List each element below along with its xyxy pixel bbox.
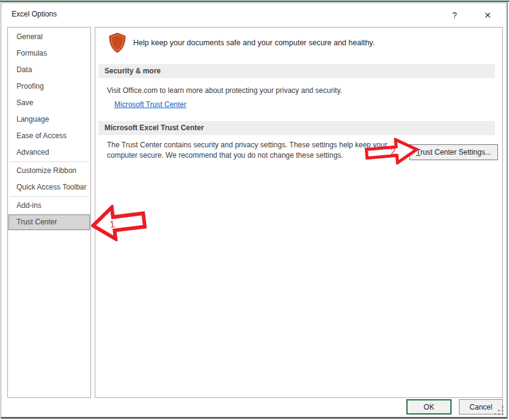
sidebar-item-trust-center[interactable]: Trust Center [8, 214, 90, 230]
trust-center-description-line2: computer secure. We recommend that you d… [107, 151, 343, 160]
sidebar-item-language[interactable]: Language [8, 111, 90, 128]
help-icon[interactable]: ? [447, 7, 463, 23]
sidebar-item-advanced[interactable]: Advanced [8, 144, 90, 161]
trust-center-description-line1: The Trust Center contains security and p… [107, 141, 387, 149]
resize-grip-icon[interactable] [494, 405, 505, 416]
close-icon[interactable]: ✕ [480, 7, 496, 23]
sidebar-item-customize-ribbon[interactable]: Customize Ribbon [8, 163, 90, 179]
trust-center-page: Help keep your documents safe and your c… [95, 27, 503, 398]
sidebar-item-save[interactable]: Save [8, 95, 90, 111]
excel-options-dialog: Excel Options ? ✕ General Formulas Data … [1, 2, 508, 419]
sidebar-item-add-ins[interactable]: Add-ins [8, 197, 90, 214]
trust-center-settings-button[interactable]: Trust Center Settings... [409, 144, 498, 160]
dialog-titlebar[interactable]: Excel Options ? ✕ [1, 3, 507, 26]
sidebar-item-quick-access-toolbar[interactable]: Quick Access Toolbar [8, 179, 90, 196]
sidebar-item-proofing[interactable]: Proofing [8, 78, 90, 95]
intro-text: Help keep your documents safe and your c… [133, 39, 375, 47]
excel-options-dialog-screen: Excel Options ? ✕ General Formulas Data … [0, 0, 509, 420]
microsoft-trust-center-link[interactable]: Microsoft Trust Center [114, 100, 186, 109]
sidebar-separator [10, 161, 89, 162]
annotation-arrow-1: 1 [89, 201, 148, 245]
sidebar-item-ease-of-access[interactable]: Ease of Access [8, 128, 90, 144]
annotation-arrow-2: 2 [364, 136, 420, 168]
sidebar-item-formulas[interactable]: Formulas [8, 45, 90, 62]
section-header-excel-trust-center: Microsoft Excel Trust Center [98, 121, 495, 135]
ok-button[interactable]: OK [406, 399, 452, 414]
sidebar-item-data[interactable]: Data [8, 62, 90, 78]
sidebar-item-general[interactable]: General [8, 29, 90, 45]
security-more-description: Visit Office.com to learn more about pro… [107, 86, 342, 96]
shield-icon [108, 32, 126, 53]
section-header-security-and-more: Security & more [98, 64, 495, 78]
options-category-list: General Formulas Data Proofing Save Lang… [7, 27, 91, 398]
sidebar-separator [10, 196, 89, 197]
excel-window-edge [0, 1, 509, 2]
dialog-title: Excel Options [12, 10, 57, 18]
annotation-step-2-number: 2 [390, 146, 396, 157]
intro-row: Help keep your documents safe and your c… [108, 32, 375, 53]
